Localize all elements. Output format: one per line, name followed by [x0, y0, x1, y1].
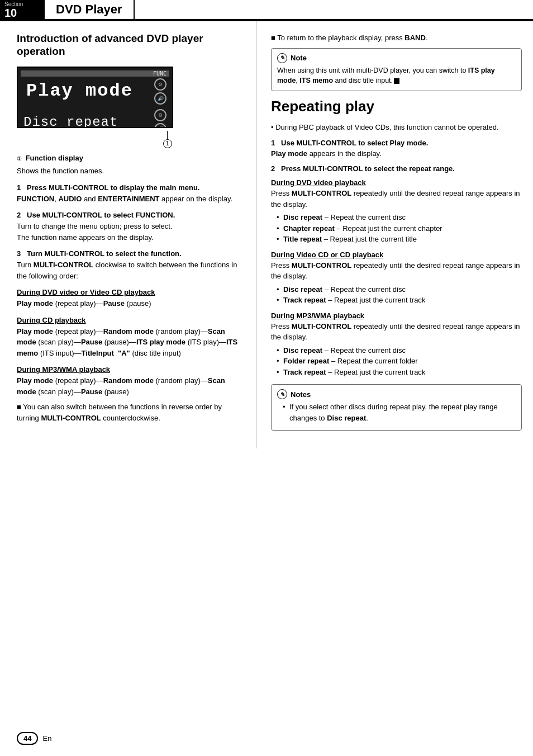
band-note: ■ To return to the playback display, pre…	[271, 32, 522, 44]
step3-body: Turn MULTI-CONTROL clockwise to switch b…	[17, 259, 245, 281]
list-item: Disc repeat – Repeat the current disc	[277, 212, 522, 223]
repeat-mp3-list: Disc repeat – Repeat the current disc Fo…	[271, 345, 522, 378]
callout-container: 1	[17, 131, 245, 148]
list-item: Track repeat – Repeat just the current t…	[277, 295, 522, 306]
step1-heading: 1 Press MULTI-CONTROL to display the mai…	[17, 183, 245, 192]
main-content: Introduction of advanced DVD player oper…	[0, 21, 533, 448]
callout-row: 1	[163, 139, 172, 148]
repeat-step2-heading: 2 Press MULTI-CONTROL to select the repe…	[271, 164, 522, 173]
display-main-text: Play mode	[23, 82, 133, 100]
step2-heading: 2 Use MULTI-CONTROL to select FUNCTION.	[17, 211, 245, 219]
notes-header: ✎ Notes	[277, 389, 516, 399]
repeat-step1-body: Play mode appears in the display.	[271, 148, 522, 159]
during-dvd-heading: During DVD video or Video CD playback	[17, 288, 245, 296]
page-header: Section 10 DVD Player	[0, 0, 533, 21]
callout-description: Shows the function names.	[17, 166, 245, 177]
display-top-bar: FUNC	[21, 70, 169, 77]
notes-list: If you select other discs during repeat …	[277, 401, 516, 423]
stop-symbol	[394, 78, 399, 84]
during-dvd-body: Play mode (repeat play)—Pause (pause)	[17, 298, 245, 309]
chapter-title: DVD Player	[56, 2, 122, 17]
right-column: ■ To return to the playback display, pre…	[257, 21, 533, 448]
display-icon-4: 🔊	[154, 123, 166, 128]
step3-heading: 3 Turn MULTI-CONTROL to select the funct…	[17, 249, 245, 258]
repeat-vcd-intro: Press MULTI-CONTROL repeatedly until the…	[271, 260, 522, 282]
step1-body: FUNCTION, AUDIO and ENTERTAINMENT appear…	[17, 193, 245, 205]
left-column: Introduction of advanced DVD player oper…	[0, 21, 257, 448]
note-text: When using this unit with multi-DVD play…	[277, 65, 516, 87]
during-mp3-body: Play mode (repeat play)—Random mode (ran…	[17, 375, 245, 397]
list-item: Track repeat – Repeat just the current t…	[277, 367, 522, 378]
page-footer: 44 En	[17, 732, 51, 745]
list-item: Disc repeat – Repeat the current disc	[277, 284, 522, 295]
callout-label-text: Function display	[26, 154, 83, 162]
chapter-title-box: DVD Player	[45, 0, 135, 20]
notes-icon: ✎	[277, 389, 287, 399]
note-label: Note	[291, 54, 307, 62]
callout-line	[167, 131, 168, 139]
reverse-note: ■ You can also switch between the functi…	[17, 401, 245, 423]
main-heading: Introduction of advanced DVD player oper…	[17, 32, 245, 58]
repeat-vcd-list: Disc repeat – Repeat the current disc Tr…	[271, 284, 522, 306]
display-sub-text: Disc repeat	[23, 115, 118, 128]
display-icon-3: ⚙	[154, 109, 166, 121]
display-sub-row: Disc repeat ⚙ 🔊	[21, 109, 169, 128]
note-box: ✎ Note When using this unit with multi-D…	[271, 48, 522, 92]
display-icon-area-2: ⚙ 🔊	[154, 109, 166, 128]
footer-language: En	[42, 734, 51, 743]
list-item: Title repeat – Repeat just the current t…	[277, 234, 522, 245]
display-icon-area: ⚙ 🔊	[154, 78, 166, 105]
during-cd-heading: During CD playback	[17, 316, 245, 324]
header-right-spacer	[135, 0, 533, 20]
display-image: FUNC Play mode ⚙ 🔊 Disc repeat ⚙	[17, 67, 173, 128]
list-item: Chapter repeat – Repeat just the current…	[277, 223, 522, 234]
section-number: 10	[4, 7, 40, 18]
page-number: 44	[17, 732, 38, 745]
list-item: Disc repeat – Repeat the current disc	[277, 345, 522, 356]
display-icon-2: 🔊	[154, 92, 166, 105]
page: Section 10 DVD Player Introduction of ad…	[0, 0, 533, 756]
section-box: Section 10	[0, 0, 45, 20]
note-header: ✎ Note	[277, 53, 516, 63]
during-mp3-heading: During MP3/WMA playback	[17, 365, 245, 374]
notes-list-item: If you select other discs during repeat …	[283, 401, 516, 423]
repeat-mp3-heading: During MP3/WMA playback	[271, 311, 522, 320]
display-top-text: FUNC	[153, 70, 166, 77]
notes-label: Notes	[291, 390, 311, 399]
during-cd-body: Play mode (repeat play)—Random mode (ran…	[17, 326, 245, 359]
display-icon-1: ⚙	[154, 78, 166, 91]
repeating-play-heading: Repeating play	[271, 98, 522, 115]
repeat-mp3-intro: Press MULTI-CONTROL repeatedly until the…	[271, 321, 522, 343]
callout-number: 1	[163, 139, 172, 148]
notes-box: ✎ Notes If you select other discs during…	[271, 384, 522, 431]
repeating-intro: • During PBC playback of Video CDs, this…	[271, 122, 522, 133]
repeat-dvd-intro: Press MULTI-CONTROL repeatedly until the…	[271, 188, 522, 210]
step2-body: Turn to change the menu option; press to…	[17, 221, 245, 243]
repeat-vcd-heading: During Video CD or CD playback	[271, 251, 522, 259]
callout-label: ① Function display	[17, 153, 245, 164]
repeat-step1-heading: 1 Use MULTI-CONTROL to select Play mode.	[271, 139, 522, 147]
repeat-dvd-heading: During DVD video playback	[271, 178, 522, 187]
repeat-dvd-list: Disc repeat – Repeat the current disc Ch…	[271, 212, 522, 245]
note-icon: ✎	[277, 53, 287, 63]
list-item: Folder repeat – Repeat the current folde…	[277, 356, 522, 367]
